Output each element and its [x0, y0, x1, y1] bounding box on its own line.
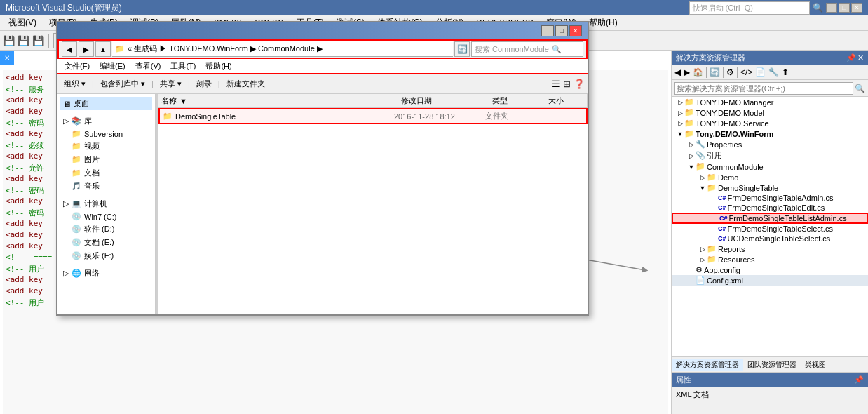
tree-item-reports[interactable]: ▷ 📁 Reports	[672, 243, 868, 254]
fb-nav-refresh-button[interactable]: 🔄	[454, 41, 470, 57]
expand-icon[interactable]: ▷	[698, 245, 707, 253]
expand-icon[interactable]: ▷	[676, 119, 684, 128]
fb-sidebar-lib[interactable]: ▷ 📚 库	[60, 114, 152, 128]
tree-item-winform[interactable]: ▼ 📁 Tony.DEMO.WinForm	[672, 128, 868, 139]
tree-item-listadmin[interactable]: C# FrmDemoSingleTableListAdmin.cs	[672, 213, 868, 224]
expand-icon[interactable]: ▼	[687, 163, 696, 171]
network-expand-icon[interactable]: ▷	[63, 269, 69, 278]
tree-item-resources[interactable]: ▷ 📁 Resources	[672, 254, 868, 265]
tab-solution-explorer[interactable]: 解决方案资源管理器	[672, 359, 743, 371]
fb-up-button[interactable]: ▲	[95, 41, 111, 57]
fb-forward-button[interactable]: ▶	[79, 41, 94, 57]
fb-sidebar-video[interactable]: 📁 视频	[60, 140, 152, 153]
panel-tabs: 解决方案资源管理器 团队资源管理器 类视图	[672, 356, 868, 372]
comp-icon: 💻	[72, 199, 81, 208]
tab-team-explorer[interactable]: 团队资源管理器	[743, 359, 801, 371]
tree-item-appconfig[interactable]: ⚙ App.config	[672, 265, 868, 275]
close-tab-button[interactable]: ✕	[0, 51, 14, 65]
fb-file-demosingletable[interactable]: 📁 DemoSingleTable 2016-11-28 18:12 文件夹	[158, 108, 588, 124]
expand-icon[interactable]: ▷	[698, 255, 707, 264]
fb-include-btn[interactable]: 包含到库中 ▾	[97, 76, 149, 91]
tree-item-manager[interactable]: ▷ 📁 TONY.DEMO.Manager	[672, 97, 868, 107]
fb-search-bar[interactable]: 搜索 CommonModule 🔍	[471, 41, 583, 57]
fb-sidebar-docs[interactable]: 📁 文档	[60, 166, 152, 180]
fb-sidebar-c-drive[interactable]: 💿 Win7 (C:)	[60, 211, 152, 222]
fb-burn-btn[interactable]: 刻录	[193, 76, 215, 91]
expand-winform-icon[interactable]: ▼	[676, 130, 684, 138]
fb-address-bar[interactable]: 📁 « 生成码 ▶ TONY.DEMO.WinForm ▶ CommonModu…	[112, 41, 453, 57]
sol-forward-icon[interactable]: ▶	[682, 67, 691, 77]
properties-pin-icon[interactable]: 📌	[854, 375, 864, 385]
menu-view[interactable]: 视图(V)	[3, 15, 42, 30]
quick-launch-input[interactable]: 快速启动 (Ctrl+Q)	[689, 1, 810, 15]
fb-organize-btn[interactable]: 组织 ▾	[60, 76, 89, 91]
tree-item-configxml[interactable]: 📄 Config.xml	[672, 275, 868, 286]
fb-sidebar-music[interactable]: 🎵 音乐	[60, 180, 152, 193]
sol-props-icon[interactable]: 🔧	[767, 67, 780, 77]
solution-tree[interactable]: ▷ 📁 TONY.DEMO.Manager ▷ 📁 TONY.DEMO.Mode…	[672, 97, 868, 356]
sol-back-icon[interactable]: ◀	[673, 67, 682, 77]
tab-class-view[interactable]: 类视图	[801, 359, 830, 371]
tree-item-select[interactable]: C# FrmDemoSingleTableSelect.cs	[672, 224, 868, 234]
close-button[interactable]: ✕	[851, 3, 862, 13]
fb-view-icon[interactable]: ☰	[552, 79, 560, 89]
minimize-button[interactable]: _	[826, 3, 837, 13]
fb-sidebar-pictures[interactable]: 📁 图片	[60, 153, 152, 166]
tree-item-demosingletable[interactable]: ▼ 📁 DemoSingleTable	[672, 182, 868, 193]
fb-sidebar-f-drive[interactable]: 💿 娱乐 (F:)	[60, 249, 152, 262]
tree-item-references[interactable]: ▷ 📎 引用	[672, 149, 868, 161]
sol-code-icon[interactable]: </>	[739, 67, 754, 77]
fb-sidebar-network[interactable]: ▷ 🌐 网络	[60, 267, 152, 280]
sol-expand-icon[interactable]: ⬆	[780, 67, 790, 77]
tree-item-demo[interactable]: ▷ 📁 Demo	[672, 172, 868, 182]
fb-back-button[interactable]: ◀	[62, 41, 77, 57]
fb-menu-edit[interactable]: 编辑(E)	[95, 60, 130, 73]
expand-icon[interactable]: ▷	[676, 98, 684, 107]
expand-icon[interactable]: ▼	[698, 184, 707, 192]
fb-help-icon[interactable]: ❓	[574, 79, 585, 89]
panel-pin-icon[interactable]: 📌	[846, 53, 856, 62]
fb-sidebar-subversion[interactable]: 📁 Subversion	[60, 128, 152, 140]
fb-newfolder-btn[interactable]: 新建文件夹	[223, 76, 269, 91]
fb-sidebar-desktop[interactable]: 🖥 桌面	[60, 97, 152, 110]
fb-maximize-button[interactable]: □	[555, 25, 568, 36]
sol-refresh-icon[interactable]: 🔄	[708, 67, 721, 77]
folder-icon: 📁	[684, 129, 694, 138]
sol-filter-icon[interactable]: ⚙	[725, 67, 735, 77]
col-name[interactable]: 名称 ▼	[158, 94, 398, 107]
solution-search-input[interactable]	[674, 82, 853, 95]
network-label: 网络	[84, 268, 100, 279]
tree-item-properties[interactable]: ▷ 🔧 Properties	[672, 139, 868, 149]
fb-sidebar-computer[interactable]: ▷ 💻 计算机	[60, 197, 152, 211]
restore-button[interactable]: □	[839, 3, 850, 13]
fb-view-icon2[interactable]: ⊞	[563, 79, 571, 89]
comp-expand-icon[interactable]: ▷	[63, 199, 69, 208]
tree-item-service[interactable]: ▷ 📁 TONY.DEMO.Service	[672, 118, 868, 128]
tree-item-admin[interactable]: C# FrmDemoSingleTableAdmin.cs	[672, 193, 868, 203]
tree-item-model[interactable]: ▷ 📁 TONY.DEMO.Model	[672, 107, 868, 118]
fb-menu-tools[interactable]: 工具(T)	[166, 60, 200, 73]
tree-item-ucselect[interactable]: C# UCDemoSingleTableSelect.cs	[672, 234, 868, 243]
menu-help[interactable]: 帮助(H)	[583, 15, 623, 30]
fb-close-button[interactable]: ✕	[569, 25, 582, 36]
expand-icon[interactable]: ▷	[676, 109, 684, 117]
fb-menu-help[interactable]: 帮助(H)	[201, 60, 236, 73]
fb-sidebar-d-drive[interactable]: 💿 软件 (D:)	[60, 222, 152, 236]
col-type[interactable]: 类型	[489, 94, 545, 107]
fb-menu-view[interactable]: 查看(V)	[131, 60, 165, 73]
panel-close-icon[interactable]: ✕	[857, 53, 864, 62]
fb-minimize-button[interactable]: _	[541, 25, 554, 36]
expand-icon[interactable]: ▷	[687, 140, 696, 149]
col-date[interactable]: 修改日期	[398, 94, 489, 107]
fb-menu-file[interactable]: 文件(F)	[60, 60, 94, 73]
tree-item-edit[interactable]: C# FrmDemoSingleTableEdit.cs	[672, 203, 868, 213]
tree-item-commonmodule[interactable]: ▼ 📁 CommonModule	[672, 161, 868, 172]
fb-share-btn[interactable]: 共享 ▾	[156, 76, 185, 91]
fb-sidebar-e-drive[interactable]: 💿 文档 (E:)	[60, 236, 152, 249]
col-size[interactable]: 大小	[545, 94, 588, 107]
expand-icon[interactable]: ▷	[687, 152, 696, 160]
expand-icon[interactable]: ▷	[698, 173, 707, 182]
sol-home-icon[interactable]: 🏠	[691, 67, 705, 77]
sol-file-icon[interactable]: 📄	[754, 67, 767, 77]
lib-expand-icon[interactable]: ▷	[63, 116, 69, 126]
